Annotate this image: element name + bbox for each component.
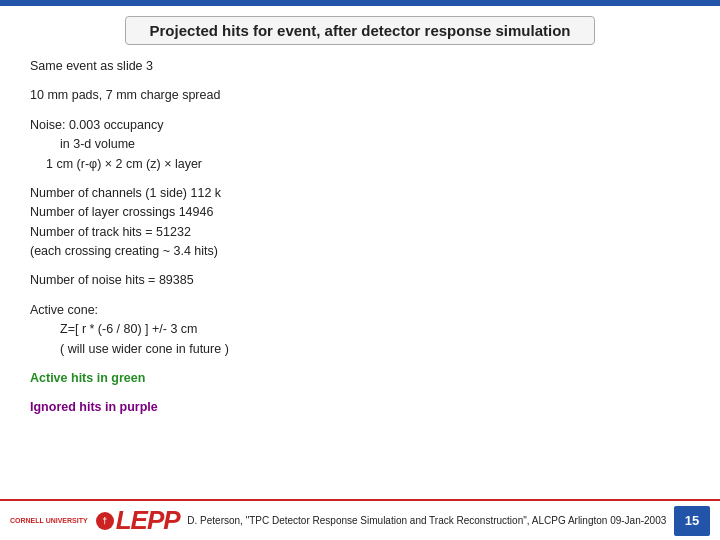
slide-title: Projected hits for event, after detector… xyxy=(125,16,596,45)
ignored-hits-purple-text: Ignored hits in purple xyxy=(30,398,690,417)
noise-line1: Noise: 0.003 occupancy xyxy=(30,116,690,135)
block-ignored-hits: Ignored hits in purple xyxy=(30,398,690,417)
channels-line3: Number of track hits = 51232 xyxy=(30,223,690,242)
bottom-bar: CORNELL UNIVERSITY † LEPP D. Peterson, "… xyxy=(0,499,720,540)
cornell-text: CORNELL UNIVERSITY xyxy=(10,517,88,525)
page-wrapper: Projected hits for event, after detector… xyxy=(0,0,720,540)
slide-number: 15 xyxy=(674,506,710,536)
main-content: Same event as slide 3 10 mm pads, 7 mm c… xyxy=(0,51,720,499)
channels-line4: (each crossing creating ~ 3.4 hits) xyxy=(30,242,690,261)
noise-hits-text: Number of noise hits = 89385 xyxy=(30,271,690,290)
active-hits-green-text: Active hits in green xyxy=(30,369,690,388)
same-event-text: Same event as slide 3 xyxy=(30,57,690,76)
lepp-wordmark: LEPP xyxy=(116,505,180,536)
title-area: Projected hits for event, after detector… xyxy=(0,6,720,51)
block-noise: Noise: 0.003 occupancy in 3-d volume 1 c… xyxy=(30,116,690,174)
block-active-hits: Active hits in green xyxy=(30,369,690,388)
lepp-logo: † LEPP xyxy=(96,505,180,536)
block-active-cone: Active cone: Z=[ r * (-6 / 80) ] +/- 3 c… xyxy=(30,301,690,359)
lepp-circle-icon: † xyxy=(96,512,114,530)
block-same-event: Same event as slide 3 xyxy=(30,57,690,76)
block-noise-hits: Number of noise hits = 89385 xyxy=(30,271,690,290)
noise-line2: in 3-d volume xyxy=(30,135,690,154)
block-pads: 10 mm pads, 7 mm charge spread xyxy=(30,86,690,105)
channels-line2: Number of layer crossings 14946 xyxy=(30,203,690,222)
pads-text: 10 mm pads, 7 mm charge spread xyxy=(30,86,690,105)
active-cone-line3: ( will use wider cone in future ) xyxy=(30,340,690,359)
noise-line3: 1 cm (r-φ) × 2 cm (z) × layer xyxy=(30,155,690,174)
footer-citation: D. Peterson, "TPC Detector Response Simu… xyxy=(180,515,674,526)
active-cone-line1: Active cone: xyxy=(30,301,690,320)
block-channels: Number of channels (1 side) 112 k Number… xyxy=(30,184,690,262)
cornell-logo: CORNELL UNIVERSITY xyxy=(10,517,88,525)
channels-line1: Number of channels (1 side) 112 k xyxy=(30,184,690,203)
logo-area: CORNELL UNIVERSITY † LEPP xyxy=(10,505,180,536)
active-cone-line2: Z=[ r * (-6 / 80) ] +/- 3 cm xyxy=(30,320,690,339)
